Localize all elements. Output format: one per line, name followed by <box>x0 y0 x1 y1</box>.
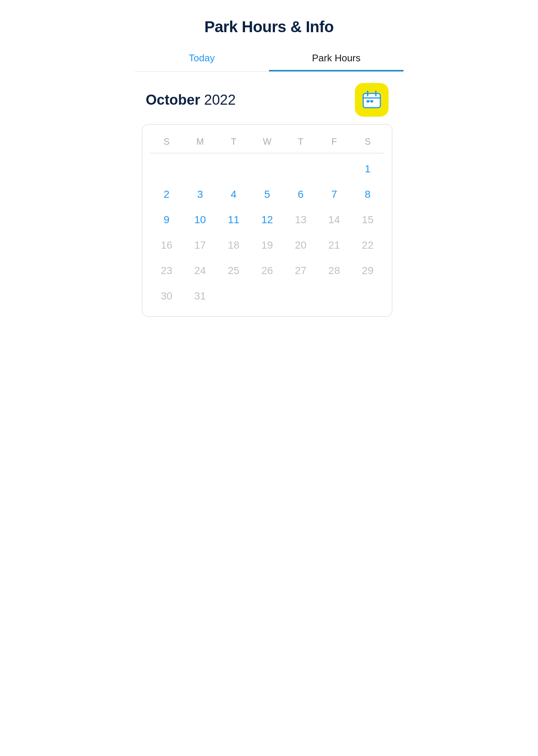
day-cell[interactable]: 2 <box>150 182 183 207</box>
day-cell: 17 <box>183 233 217 258</box>
day-cell[interactable]: 5 <box>250 182 284 207</box>
calendar-days: 1234567891011121314151617181920212223242… <box>150 156 384 309</box>
calendar-header: October 2022 <box>142 83 392 117</box>
day-cell[interactable]: 1 <box>351 156 384 182</box>
day-cell[interactable]: 8 <box>351 182 384 207</box>
day-cell: 26 <box>250 258 284 283</box>
day-cell: 15 <box>351 207 384 233</box>
day-cell: 13 <box>284 207 318 233</box>
day-cell <box>284 283 318 309</box>
day-cell[interactable]: 4 <box>217 182 250 207</box>
weekday-mon: M <box>183 133 217 150</box>
day-cell[interactable]: 3 <box>183 182 217 207</box>
calendar-grid: S M T W T F S 12345678910111213141516171… <box>142 124 392 317</box>
day-cell: 30 <box>150 283 183 309</box>
tabs-bar: Today Park Hours <box>134 45 404 72</box>
month-year-label: October 2022 <box>146 92 236 108</box>
svg-rect-5 <box>370 100 373 102</box>
day-cell <box>318 283 351 309</box>
day-cell: 19 <box>250 233 284 258</box>
calendar-icon-button[interactable] <box>355 83 389 117</box>
page-title: Park Hours & Info <box>149 18 389 36</box>
day-cell[interactable]: 9 <box>150 207 183 233</box>
day-cell <box>284 156 318 182</box>
day-cell <box>150 156 183 182</box>
calendar-divider <box>150 153 384 153</box>
page-header: Park Hours & Info <box>134 0 404 45</box>
day-cell: 25 <box>217 258 250 283</box>
weekday-sat: S <box>351 133 384 150</box>
day-cell <box>318 156 351 182</box>
day-cell: 14 <box>318 207 351 233</box>
day-cell: 28 <box>318 258 351 283</box>
day-cell[interactable]: 7 <box>318 182 351 207</box>
day-cell: 31 <box>183 283 217 309</box>
day-cell: 21 <box>318 233 351 258</box>
page-container: Park Hours & Info Today Park Hours Octob… <box>134 0 404 328</box>
tab-today[interactable]: Today <box>134 45 269 71</box>
day-cell <box>217 156 250 182</box>
weekday-thu: T <box>284 133 318 150</box>
day-cell <box>217 283 250 309</box>
day-cell: 16 <box>150 233 183 258</box>
day-cell <box>183 156 217 182</box>
calendar-section: October 2022 S M T W <box>134 72 404 328</box>
day-cell[interactable]: 10 <box>183 207 217 233</box>
day-cell[interactable]: 6 <box>284 182 318 207</box>
weekday-wed: W <box>250 133 284 150</box>
day-cell[interactable]: 11 <box>217 207 250 233</box>
day-cell: 29 <box>351 258 384 283</box>
day-cell[interactable]: 12 <box>250 207 284 233</box>
day-cell: 23 <box>150 258 183 283</box>
svg-rect-4 <box>367 100 370 102</box>
day-cell <box>351 283 384 309</box>
weekday-fri: F <box>318 133 351 150</box>
calendar-icon <box>362 90 382 110</box>
day-cell: 18 <box>217 233 250 258</box>
day-cell: 20 <box>284 233 318 258</box>
weekday-tue: T <box>217 133 250 150</box>
day-cell <box>250 156 284 182</box>
tab-park-hours[interactable]: Park Hours <box>269 45 404 71</box>
weekday-sun: S <box>150 133 183 150</box>
weekdays-row: S M T W T F S <box>150 133 384 150</box>
day-cell <box>250 283 284 309</box>
day-cell: 27 <box>284 258 318 283</box>
day-cell: 22 <box>351 233 384 258</box>
day-cell: 24 <box>183 258 217 283</box>
